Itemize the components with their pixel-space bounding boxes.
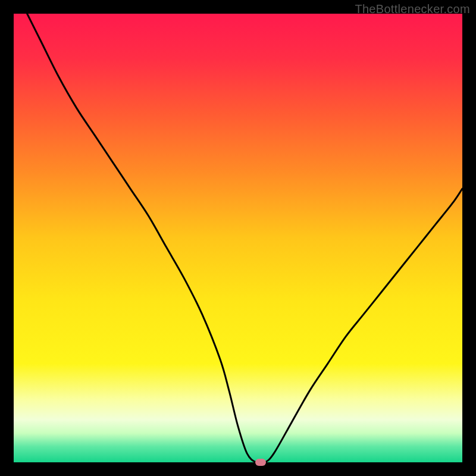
chart-stage: TheBottlenecker.com — [0, 0, 476, 476]
bottleneck-chart — [14, 14, 462, 462]
optimal-point-marker — [255, 459, 266, 466]
chart-background — [14, 14, 462, 462]
watermark-text: TheBottlenecker.com — [355, 2, 470, 16]
